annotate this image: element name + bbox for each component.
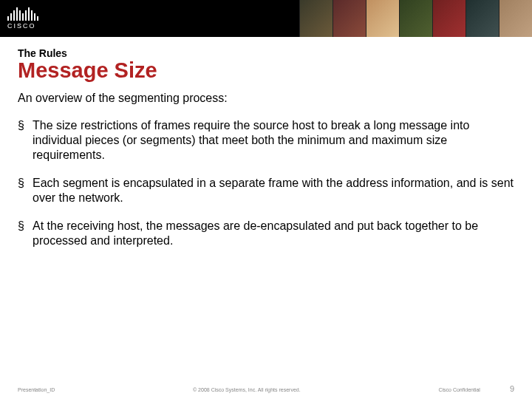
banner-photo xyxy=(499,0,532,37)
banner-photo xyxy=(366,0,399,37)
banner-photo xyxy=(466,0,499,37)
bullet-item: Each segment is encapsulated in a separa… xyxy=(18,176,514,205)
cisco-logo-bars-icon xyxy=(7,7,38,21)
footer-presentation-id: Presentation_ID xyxy=(18,387,55,392)
slide-title: Message Size xyxy=(18,59,514,81)
footer-page-number: 9 xyxy=(510,384,514,393)
banner-photo-strip xyxy=(299,0,532,37)
bullet-list: The size restrictions of frames require … xyxy=(18,118,514,248)
intro-text: An overview of the segmenting process: xyxy=(18,92,514,105)
bullet-item: At the receiving host, the messages are … xyxy=(18,219,514,248)
kicker-text: The Rules xyxy=(18,47,514,59)
footer-confidential: Cisco Confidential xyxy=(438,387,480,392)
slide: CISCO The Rules Message Size An overview… xyxy=(0,0,532,399)
banner-photo xyxy=(432,0,466,37)
top-banner: CISCO xyxy=(0,0,532,37)
banner-photo xyxy=(399,0,432,37)
slide-footer: Presentation_ID © 2008 Cisco Systems, In… xyxy=(0,384,532,393)
slide-content: The Rules Message Size An overview of th… xyxy=(0,37,532,248)
banner-photo xyxy=(332,0,366,37)
banner-photo xyxy=(299,0,332,37)
cisco-logo: CISCO xyxy=(0,0,38,37)
bullet-item: The size restrictions of frames require … xyxy=(18,118,514,163)
footer-copyright: © 2008 Cisco Systems, Inc. All rights re… xyxy=(55,387,438,392)
cisco-logo-text: CISCO xyxy=(7,22,38,30)
